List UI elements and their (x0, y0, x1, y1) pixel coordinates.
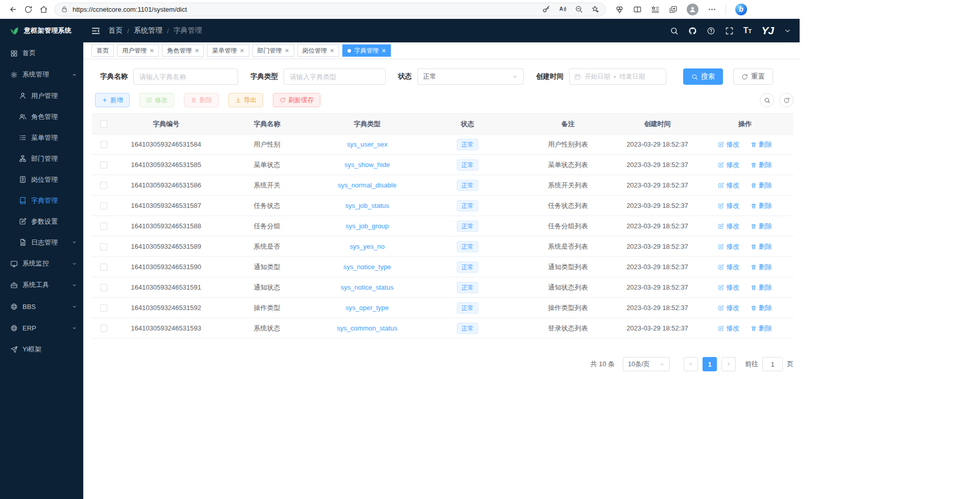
edit-action[interactable]: 修改 (718, 222, 739, 231)
sidebar-item-system-tools[interactable]: 系统工具 (0, 274, 83, 296)
font-size-icon[interactable]: TT (743, 27, 752, 35)
delete-action[interactable]: 删除 (751, 283, 772, 292)
tab-home[interactable]: 首页 (91, 44, 114, 57)
edit-action[interactable]: 修改 (718, 263, 739, 272)
tab-close-icon[interactable]: × (195, 47, 199, 54)
page-size-select[interactable]: 10条/页 (623, 357, 670, 371)
row-checkbox[interactable] (100, 161, 107, 169)
tab-dept-management[interactable]: 部门管理× (252, 44, 294, 57)
edit-action[interactable]: 修改 (718, 140, 739, 149)
app-logo[interactable]: 意框架管理系统 (0, 19, 83, 42)
sidebar-item-param-settings[interactable]: 参数设置 (0, 211, 83, 232)
sidebar-item-user-management[interactable]: 用户管理 (0, 85, 83, 106)
edit-action[interactable]: 修改 (718, 324, 739, 333)
sidebar-item-yi-framework[interactable]: Yi框架 (0, 339, 83, 360)
tab-close-icon[interactable]: × (285, 47, 289, 54)
split-screen-icon[interactable] (633, 5, 642, 14)
tab-user-management[interactable]: 用户管理× (117, 44, 159, 57)
toggle-search-button[interactable] (760, 93, 774, 107)
delete-action[interactable]: 删除 (751, 201, 772, 210)
add-favorite-icon[interactable] (591, 5, 599, 13)
dict-type-link[interactable]: sys_notice_status (341, 283, 393, 291)
edit-action[interactable]: 修改 (718, 181, 739, 190)
delete-action[interactable]: 删除 (751, 140, 772, 149)
delete-action[interactable]: 删除 (751, 222, 772, 231)
dict-type-link[interactable]: sys_job_status (345, 202, 389, 209)
tab-post-management[interactable]: 岗位管理× (297, 44, 339, 57)
prev-page-button[interactable] (684, 357, 698, 371)
sidebar-item-post-management[interactable]: 岗位管理 (0, 169, 83, 190)
sidebar-item-dict-management[interactable]: 字典管理 (0, 190, 83, 211)
dict-type-link[interactable]: sys_job_group (345, 222, 389, 230)
dict-type-link[interactable]: sys_notice_type (343, 263, 391, 271)
search-icon[interactable] (670, 27, 679, 35)
help-icon[interactable] (707, 27, 715, 35)
goto-page-input[interactable] (762, 357, 783, 371)
row-checkbox[interactable] (100, 223, 107, 230)
dict-type-link[interactable]: sys_user_sex (347, 140, 387, 148)
row-checkbox[interactable] (100, 264, 107, 271)
dict-type-link[interactable]: sys_show_hide (344, 161, 390, 169)
chevron-down-icon[interactable] (783, 27, 792, 35)
dict-type-link[interactable]: sys_yes_no (349, 243, 385, 250)
row-checkbox[interactable] (100, 141, 107, 148)
tab-close-icon[interactable]: × (240, 47, 244, 54)
address-bar[interactable]: https://ccnetcore.com:1101/system/dict (54, 3, 606, 16)
row-checkbox[interactable] (100, 304, 107, 312)
sidebar-item-menu-management[interactable]: 菜单管理 (0, 127, 83, 148)
extension-icon[interactable] (615, 5, 624, 14)
tab-role-management[interactable]: 角色管理× (162, 44, 204, 57)
edit-action[interactable]: 修改 (718, 303, 739, 313)
breadcrumb-home[interactable]: 首页 (108, 26, 123, 35)
row-checkbox[interactable] (100, 182, 107, 189)
delete-action[interactable]: 删除 (751, 303, 772, 313)
sidebar-item-home[interactable]: 首页 (0, 42, 83, 64)
delete-action[interactable]: 删除 (751, 242, 772, 251)
reset-button[interactable]: 重置 (733, 68, 773, 85)
refresh-cache-button[interactable]: 刷新缓存 (273, 93, 320, 107)
next-page-button[interactable] (721, 357, 736, 371)
sidebar-item-system-monitor[interactable]: 系统监控 (0, 253, 83, 274)
page-number-button[interactable]: 1 (703, 357, 717, 371)
read-aloud-icon[interactable] (558, 5, 567, 13)
row-checkbox[interactable] (100, 325, 107, 332)
row-checkbox[interactable] (100, 202, 107, 209)
more-menu-icon[interactable] (708, 5, 716, 14)
copilot-icon[interactable]: b (735, 4, 747, 15)
profile-avatar[interactable] (687, 4, 698, 15)
menu-fold-icon[interactable] (91, 26, 101, 36)
search-button[interactable]: 搜索 (683, 68, 723, 85)
edit-action[interactable]: 修改 (718, 242, 739, 251)
export-button[interactable]: 导出 (228, 93, 263, 107)
tab-close-icon[interactable]: × (382, 47, 386, 54)
sidebar-item-dept-management[interactable]: 部门管理 (0, 148, 83, 169)
breadcrumb-system[interactable]: 系统管理 (134, 26, 162, 35)
refresh-table-button[interactable] (779, 93, 794, 107)
sidebar-item-log-management[interactable]: 日志管理 (0, 232, 83, 253)
favorites-bar-icon[interactable] (651, 5, 660, 14)
sidebar-item-bbs[interactable]: BBS (0, 296, 83, 317)
dict-name-input[interactable] (133, 68, 238, 85)
tab-menu-management[interactable]: 菜单管理× (207, 44, 249, 57)
fullscreen-icon[interactable] (725, 27, 734, 35)
edit-action[interactable]: 修改 (718, 160, 739, 170)
tab-close-icon[interactable]: × (330, 47, 334, 54)
row-checkbox[interactable] (100, 284, 107, 291)
date-range-picker[interactable]: 开始日期 - 结束日期 (569, 68, 666, 85)
delete-action[interactable]: 删除 (751, 181, 772, 190)
sidebar-item-system-management[interactable]: 系统管理 (0, 64, 83, 85)
reload-button[interactable] (20, 2, 36, 17)
delete-button[interactable]: 删除 (184, 93, 219, 107)
home-button[interactable] (36, 2, 51, 17)
user-logo[interactable]: YJ (761, 25, 774, 37)
dict-type-link[interactable]: sys_oper_type (345, 304, 389, 312)
status-select[interactable]: 正常 (417, 68, 524, 85)
sidebar-item-role-management[interactable]: 角色管理 (0, 106, 83, 127)
delete-action[interactable]: 删除 (751, 324, 772, 333)
edit-button[interactable]: 修改 (139, 93, 174, 107)
edit-action[interactable]: 修改 (718, 283, 739, 292)
dict-type-link[interactable]: sys_common_status (337, 324, 398, 332)
dict-type-link[interactable]: sys_normal_disable (338, 181, 396, 189)
sidebar-item-erp[interactable]: ERP (0, 317, 83, 339)
password-key-icon[interactable] (542, 5, 550, 13)
